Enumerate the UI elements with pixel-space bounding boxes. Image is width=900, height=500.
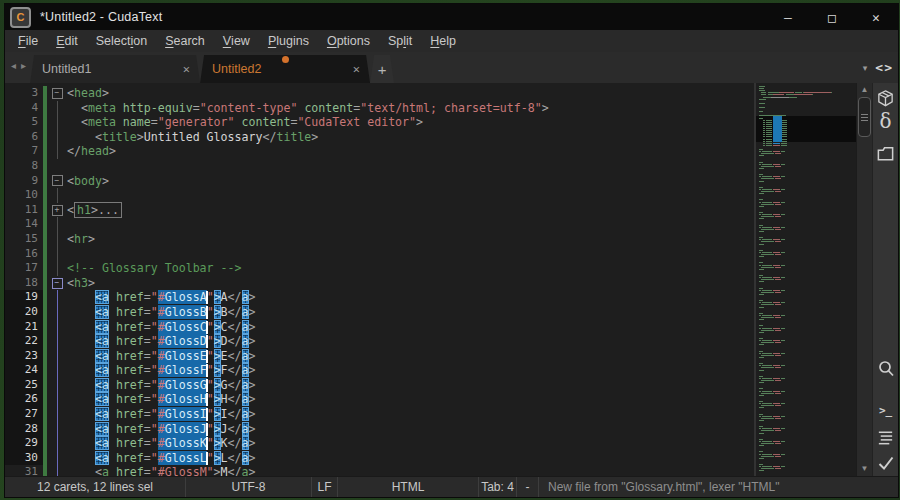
package-cube-icon[interactable] bbox=[873, 87, 898, 109]
tag-highlight: > bbox=[214, 392, 221, 406]
editor-line[interactable]: 17<!-- Glossary Toolbar --> bbox=[5, 261, 754, 276]
menu-item-search[interactable]: Search bbox=[156, 30, 214, 52]
editor-line[interactable]: 11+<h1>... bbox=[5, 203, 754, 218]
scroll-down-icon[interactable]: ▼ bbox=[857, 463, 872, 475]
tab-close-icon[interactable]: ✕ bbox=[353, 62, 360, 76]
statusbar-tab-size[interactable]: Tab: 4 bbox=[479, 477, 517, 497]
list-icon[interactable] bbox=[873, 426, 898, 448]
code-token: < bbox=[95, 392, 102, 406]
tab-close-icon[interactable]: ✕ bbox=[183, 62, 190, 76]
fold-column: + bbox=[47, 203, 67, 218]
editor-line[interactable]: 10 bbox=[5, 188, 754, 203]
menu-item-plugins[interactable]: Plugins bbox=[259, 30, 318, 52]
menu-item-file[interactable]: File bbox=[9, 30, 47, 52]
line-number: 25 bbox=[5, 378, 43, 393]
code-token: < bbox=[95, 363, 102, 377]
tag-highlight: <a bbox=[95, 320, 109, 334]
delta-icon[interactable]: δ bbox=[873, 110, 898, 132]
editor-line[interactable]: 7</head> bbox=[5, 144, 754, 159]
editor-line[interactable]: 9−<body> bbox=[5, 174, 754, 189]
code-token: = bbox=[144, 422, 151, 436]
code-token: > bbox=[88, 232, 95, 246]
selection-text: GlossJ bbox=[165, 422, 207, 436]
vertical-scrollbar[interactable]: ▲ ▼ bbox=[856, 83, 872, 476]
statusbar-caret-cell[interactable]: - bbox=[517, 477, 539, 497]
check-icon[interactable] bbox=[873, 452, 898, 474]
minimap-line-mark bbox=[761, 355, 774, 356]
search-icon[interactable] bbox=[873, 358, 898, 380]
editor-line[interactable]: 31 <a href="#GlossM">M</a> bbox=[5, 465, 754, 476]
editor-line[interactable]: 18−<h3> bbox=[5, 276, 754, 291]
editor-line[interactable]: 26 <a href="#GlossH">H</a> bbox=[5, 392, 754, 407]
editor-line[interactable]: 20 <a href="#GlossB">B</a> bbox=[5, 305, 754, 320]
minimap-line-mark bbox=[759, 458, 764, 459]
selection: #GlossI bbox=[158, 407, 207, 421]
scrollbar-thumb[interactable] bbox=[858, 97, 871, 137]
editor-line[interactable]: 29 <a href="#GlossK">K</a> bbox=[5, 436, 754, 451]
code-token: < bbox=[95, 290, 102, 304]
code-token: D bbox=[221, 334, 228, 348]
code-token: "text/html; charset=utf-8" bbox=[360, 101, 541, 115]
fold-expand-icon[interactable]: + bbox=[52, 205, 63, 216]
statusbar-carets-info[interactable]: 12 carets, 12 lines sel bbox=[5, 477, 186, 497]
tab-untitled1[interactable]: Untitled1✕ bbox=[30, 55, 200, 83]
tag-highlight: <a bbox=[95, 363, 109, 377]
editor-line[interactable]: 6 <title>Untitled Glossary</title> bbox=[5, 130, 754, 145]
terminal-icon[interactable]: >_ bbox=[873, 399, 898, 421]
editor-line[interactable]: 25 <a href="#GlossG">G</a> bbox=[5, 378, 754, 393]
editor-line[interactable]: 8 bbox=[5, 159, 754, 174]
minimap-line-mark bbox=[766, 139, 771, 140]
tab-list-dropdown-icon[interactable]: ▾ bbox=[863, 63, 868, 73]
menu-item-options[interactable]: Options bbox=[318, 30, 379, 52]
close-button[interactable]: ✕ bbox=[854, 4, 898, 30]
editor-line[interactable]: 30 <a href="#GlossL">L</a> bbox=[5, 451, 754, 466]
tag-highlight: > bbox=[214, 436, 221, 450]
panel-frame-icon[interactable] bbox=[873, 142, 898, 164]
minimap-line-mark bbox=[765, 99, 766, 100]
editor-line[interactable]: 5 <meta name="generator" content="CudaTe… bbox=[5, 115, 754, 130]
minimap[interactable] bbox=[754, 83, 856, 476]
statusbar-lexer[interactable]: HTML bbox=[338, 477, 479, 497]
code-tree-toggle-icon[interactable]: <> bbox=[875, 60, 893, 75]
minimap-line-mark bbox=[781, 353, 785, 354]
minimize-button[interactable]: – bbox=[766, 4, 810, 30]
menu-item-selection[interactable]: Selection bbox=[87, 30, 156, 52]
fold-collapse-icon[interactable]: − bbox=[52, 278, 63, 289]
menu-item-help[interactable]: Help bbox=[421, 30, 465, 52]
code-editor[interactable]: 3−<head>4 <meta http-equiv="content-type… bbox=[5, 83, 754, 476]
fold-collapse-icon[interactable]: − bbox=[52, 88, 63, 99]
editor-line[interactable]: 23 <a href="#GlossE">E</a> bbox=[5, 349, 754, 364]
line-number: 9 bbox=[5, 174, 43, 189]
editor-line[interactable]: 4 <meta http-equiv="content-type" conten… bbox=[5, 101, 754, 116]
editor-line[interactable]: 15<hr> bbox=[5, 232, 754, 247]
editor-line[interactable]: 3−<head> bbox=[5, 86, 754, 101]
maximize-button[interactable]: □ bbox=[810, 4, 854, 30]
code-token: " bbox=[151, 334, 158, 348]
menu-item-edit[interactable]: Edit bbox=[47, 30, 87, 52]
statusbar-encoding[interactable]: UTF-8 bbox=[186, 477, 312, 497]
statusbar-line-endings[interactable]: LF bbox=[312, 477, 338, 497]
fold-collapse-icon[interactable]: − bbox=[52, 175, 63, 186]
editor-line[interactable]: 14 bbox=[5, 217, 754, 232]
editor-line[interactable]: 24 <a href="#GlossF">F</a> bbox=[5, 363, 754, 378]
scroll-up-icon[interactable]: ▲ bbox=[857, 84, 872, 96]
editor-line[interactable]: 21 <a href="#GlossC">C</a> bbox=[5, 320, 754, 335]
code-token bbox=[67, 349, 95, 363]
tab-next-icon[interactable]: ▸ bbox=[21, 60, 26, 71]
minimap-line-mark bbox=[762, 353, 772, 354]
new-tab-button[interactable]: + bbox=[370, 55, 394, 83]
tab-untitled2[interactable]: Untitled2✕ bbox=[200, 55, 370, 83]
editor-line[interactable]: 16 bbox=[5, 247, 754, 262]
editor-line[interactable]: 27 <a href="#GlossI">I</a> bbox=[5, 407, 754, 422]
editor-line[interactable]: 19 <a href="#GlossA">A</a> bbox=[5, 290, 754, 305]
minimap-line-mark bbox=[773, 428, 780, 429]
editor-line[interactable]: 28 <a href="#GlossJ">J</a> bbox=[5, 422, 754, 437]
menu-item-split[interactable]: Split bbox=[379, 30, 421, 52]
menu-item-view[interactable]: View bbox=[214, 30, 259, 52]
tab-prev-icon[interactable]: ◂ bbox=[11, 60, 16, 71]
editor-line[interactable]: 22 <a href="#GlossD">D</a> bbox=[5, 334, 754, 349]
minimap-line-mark bbox=[759, 288, 763, 289]
minimap-line-mark bbox=[795, 92, 802, 93]
minimap-line-mark bbox=[773, 378, 780, 379]
folded-block-marker[interactable]: h1>... bbox=[74, 202, 122, 218]
